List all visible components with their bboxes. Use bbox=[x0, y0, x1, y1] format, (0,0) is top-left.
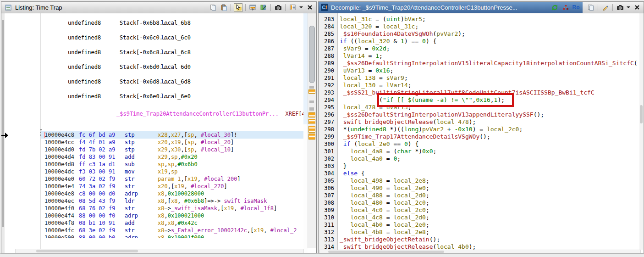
listing-vertical-scrollbar[interactable] bbox=[308, 13, 316, 248]
asm-row[interactable]: 10000e50088 00 00 b0adrpx8,0x10001f000 bbox=[41, 234, 303, 238]
token-reg[interactable]: x19 bbox=[171, 139, 181, 145]
asm-address[interactable]: 10000e500 bbox=[44, 234, 74, 238]
token-pl[interactable]: ) = bbox=[473, 126, 487, 133]
token-pl[interactable]: ; bbox=[422, 16, 426, 22]
token-pl[interactable]: (( bbox=[347, 38, 358, 45]
token-var[interactable]: local_320 bbox=[340, 23, 372, 30]
token-var[interactable]: local_4b0 bbox=[436, 243, 468, 250]
analysis-marker[interactable] bbox=[309, 86, 314, 89]
token-reg[interactable]: sp bbox=[168, 161, 174, 168]
code-line[interactable]: 284local_320 = local_31c; bbox=[319, 23, 638, 30]
token-num[interactable]: 1 bbox=[375, 52, 379, 59]
token-var[interactable]: local_4c8 bbox=[350, 214, 382, 221]
token-var[interactable]: local_31c bbox=[340, 16, 372, 22]
asm-mnemonic[interactable]: stp bbox=[125, 131, 135, 139]
copy-icon[interactable] bbox=[209, 3, 217, 12]
code-line[interactable]: 306 local_490 = local_2e0; bbox=[319, 184, 638, 192]
token-reg[interactable]: x8 bbox=[158, 198, 164, 204]
xref-link[interactable]: XREF[4]: bbox=[285, 111, 303, 117]
bookmark-marker[interactable] bbox=[308, 89, 315, 94]
stack-var-name[interactable]: local_6c0 bbox=[161, 34, 191, 41]
token-fn[interactable]: _swift_bridgeObjectRelease bbox=[340, 118, 433, 125]
bookmark-marker[interactable] bbox=[308, 126, 315, 133]
token-pl[interactable]: ) bbox=[418, 126, 422, 133]
token-reg[interactable]: param_1 bbox=[158, 176, 181, 182]
token-pl[interactable]: ] bbox=[237, 176, 240, 182]
token-type[interactable]: char bbox=[397, 148, 411, 155]
token-reg[interactable]: x27 bbox=[171, 132, 181, 138]
dropdown-arrow-icon[interactable] bbox=[299, 3, 303, 12]
code-line[interactable]: 285_$s10Foundation4DateVSgWOh(pvVar2); bbox=[319, 30, 638, 38]
token-pl[interactable]: ( bbox=[350, 140, 358, 147]
stack-variable-row[interactable]: undefined8Stack[-0x6b8...local_6b8 bbox=[41, 19, 303, 27]
token-fn[interactable]: _swift_bridgeObjectRelease bbox=[340, 243, 433, 250]
asm-row[interactable]: 10000e4e474 3a 02 f9strx20,[x19, #local_… bbox=[41, 183, 303, 190]
code-line[interactable]: 310 local_4c8 = local_2d0; bbox=[319, 214, 638, 221]
token-lbl[interactable]: #local_2 bbox=[270, 227, 297, 234]
token-kw[interactable]: else bbox=[343, 170, 358, 177]
token-reg[interactable]: sp bbox=[187, 146, 194, 153]
stack-var-type[interactable]: undefined8 bbox=[68, 49, 101, 56]
token-var[interactable]: local_478 bbox=[436, 118, 468, 125]
token-var[interactable]: local_2c0 bbox=[487, 126, 519, 133]
analysis-marker[interactable] bbox=[309, 107, 314, 111]
scrollbar-thumb[interactable] bbox=[640, 105, 643, 123]
code-line[interactable]: 289 _$ss26DefaultStringInterpolationV15l… bbox=[319, 60, 638, 67]
asm-address[interactable]: 10000e4e8 bbox=[44, 190, 74, 197]
code-line[interactable]: 308 local_480 = local_2c0; bbox=[319, 199, 638, 207]
token-var[interactable]: local_2e8 bbox=[393, 229, 425, 235]
asm-address[interactable]: 10000e4e4 bbox=[44, 183, 74, 190]
token-pl[interactable]: = bbox=[383, 199, 393, 206]
token-reg[interactable]: x8 bbox=[158, 205, 164, 212]
token-pl[interactable]: , bbox=[234, 205, 240, 212]
token-reg[interactable]: sp bbox=[187, 132, 194, 138]
edit-icon[interactable] bbox=[601, 3, 610, 12]
token-pl[interactable]: ; bbox=[433, 148, 437, 155]
token-pl[interactable]: ; bbox=[426, 229, 429, 235]
asm-mnemonic[interactable]: str bbox=[125, 227, 135, 234]
token-num[interactable]: 0x100028000 bbox=[168, 190, 204, 197]
asm-address[interactable]: 10000e4f0 bbox=[44, 205, 74, 212]
asm-mnemonic[interactable]: mov bbox=[125, 168, 135, 175]
token-pl[interactable]: ; bbox=[426, 221, 429, 228]
token-pl[interactable]: ) bbox=[401, 16, 404, 22]
token-pl[interactable]: = bbox=[383, 229, 393, 235]
token-var[interactable]: local_498 bbox=[350, 177, 382, 184]
token-reg[interactable]: x29 bbox=[158, 154, 168, 160]
token-reg[interactable]: x8 bbox=[158, 235, 164, 238]
token-var[interactable]: pvVar2 bbox=[422, 126, 444, 133]
token-fn[interactable]: _swift_bridgeObjectRetain bbox=[340, 236, 429, 243]
decompile-titlebar-active-area[interactable]: Cf Decompile: _$s9Time_Trap20AttendanceC… bbox=[319, 2, 583, 13]
token-pl[interactable]: ,[ bbox=[168, 183, 174, 190]
code-line[interactable]: 301 local_4a8 = (char *)0x0; bbox=[319, 148, 638, 155]
code-line[interactable]: 309 local_4c0 = local_2c0; bbox=[319, 207, 638, 214]
token-pl[interactable]: (); bbox=[534, 111, 544, 118]
stack-var-type[interactable]: undefined8 bbox=[68, 63, 101, 71]
token-reg[interactable]: sp bbox=[187, 139, 194, 145]
token-pl[interactable]: ; bbox=[408, 82, 412, 89]
token-var[interactable]: bVar5 bbox=[404, 16, 422, 22]
token-pl[interactable]: ; bbox=[397, 155, 401, 162]
asm-mnemonic[interactable]: stp bbox=[125, 146, 135, 153]
token-pl[interactable]: } bbox=[343, 162, 347, 169]
asm-mnemonic[interactable]: add bbox=[125, 153, 135, 161]
stack-var-type[interactable]: undefined8 bbox=[68, 34, 101, 41]
token-lbl[interactable]: #local_30 bbox=[201, 132, 231, 138]
token-var[interactable]: local_138 bbox=[343, 74, 375, 81]
token-reg[interactable]: sp bbox=[171, 168, 177, 175]
token-pl[interactable]: = bbox=[372, 23, 382, 30]
token-type[interactable]: long bbox=[404, 126, 418, 133]
asm-row[interactable]: 10000e4f808 b1 10 91addx8,x8,#0x42c bbox=[41, 219, 303, 227]
token-reg[interactable]: x30 bbox=[171, 146, 181, 153]
token-pl[interactable]: ; bbox=[379, 52, 383, 59]
token-reg[interactable]: x19 bbox=[187, 176, 198, 182]
asm-row[interactable]: 10000e4e8c8 00 00 d0adrpx8,0x100028000 bbox=[41, 190, 303, 197]
stack-variable-row[interactable]: undefined8Stack[-0x6c0...local_6c0 bbox=[41, 34, 303, 41]
token-reg[interactable]: x20 bbox=[158, 139, 168, 145]
token-pl[interactable]: (); bbox=[634, 60, 638, 67]
asm-row[interactable]: 10000e4ec08 5d 43 f9ldrx8,[x8, #0x6b8]=>… bbox=[41, 197, 303, 205]
token-lbl[interactable]: _swift_isaMask bbox=[171, 205, 217, 212]
asm-mnemonic[interactable]: stp bbox=[125, 139, 135, 146]
token-pl[interactable]: = bbox=[383, 177, 393, 184]
scrollbar-thumb[interactable] bbox=[309, 26, 315, 83]
